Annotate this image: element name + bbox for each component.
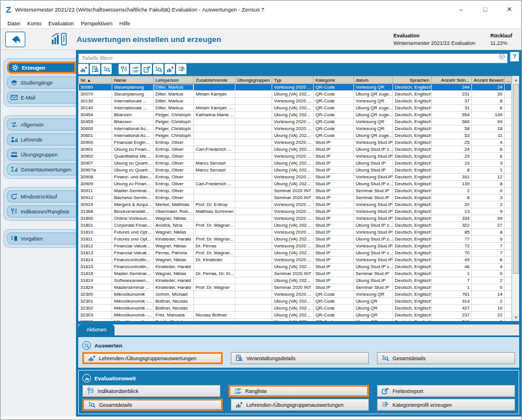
table-row[interactable]: 32305 Mikroökonomik -... Patrik, Christi… [79, 319, 512, 322]
cell-bewertungen: 8 [472, 229, 505, 236]
table-row[interactable]: 31816 Master-Seminar... Wagner, Niklas D… [79, 270, 512, 277]
table-row[interactable]: 30902 Quantitative Me... Entrop, Oliver … [79, 153, 512, 160]
sidebar-item-allgemein[interactable]: Allgemein [7, 119, 76, 131]
lehrenden-uebungsgruppenauswertungen-evaluationsweit-button[interactable]: Lehrenden-/Übungsgruppenauswertungen [231, 399, 369, 411]
cell-zusatzlehrende [194, 277, 235, 284]
column-header[interactable]: Name [112, 77, 154, 84]
indicator-overview-icon[interactable] [119, 64, 129, 74]
column-header[interactable]: Sprachen [393, 77, 432, 84]
table-row[interactable]: 30907 Übung zu Quant... Entrop, Oliver M… [79, 160, 512, 167]
close-button[interactable]: ✕ [497, 1, 521, 18]
table-row[interactable]: 30454 Bilanzen Pelger, Christoph Kathari… [79, 112, 512, 119]
gesamtdetails-evaluationsweit-button[interactable]: Gesamtdetails [82, 399, 223, 411]
table-row[interactable]: 31810 Futures und Opt... Wagner, Niklas … [79, 229, 512, 236]
table-row[interactable]: 30911 Master-Seminar... Entrop, Oliver S… [79, 188, 512, 194]
table-row[interactable]: 31800 Online-Vorlesun... Wagner, Niklas … [79, 215, 512, 222]
overall-details-icon[interactable] [101, 64, 112, 74]
table-row[interactable]: 30140 Internationale ... Diller, Markus … [79, 105, 512, 112]
category-profile-icon[interactable] [176, 64, 186, 74]
sidebar-item-vorgaben[interactable]: Vorgaben [7, 232, 76, 245]
event-details-icon[interactable] [90, 64, 100, 74]
table-row[interactable]: 32302 Mikroökonomik -... Büttner, Nicola… [79, 305, 512, 312]
column-header[interactable]: datum [354, 77, 393, 84]
table-row[interactable]: 31814 Finanzcontrollin... Wagner, Niklas… [79, 257, 512, 264]
gesamtdetails-button[interactable]: Gesamtdetails [377, 352, 515, 364]
table-row[interactable]: 32303 Mikroökonomik -... Fritz, Manuela … [79, 312, 512, 319]
column-header[interactable]: Nr. ▴ [79, 77, 112, 84]
table-row[interactable]: 32300 Mikroökonomik Grimm, Michael Vorle… [79, 291, 512, 298]
indikatorueberblick-button[interactable]: Indikatorüberblick [82, 385, 220, 397]
clear-circle-icon[interactable] [498, 53, 505, 60]
table-row[interactable]: 30130 Internationale ... Diller, Markus … [79, 98, 512, 105]
maximize-button[interactable]: □ [473, 1, 497, 18]
evaluation-value: Wintersemester 2021/22 Evaluation [393, 40, 475, 46]
rangliste-button[interactable]: Rangliste [228, 385, 369, 397]
column-header[interactable]: Anzahl Teiln... [432, 77, 472, 84]
table-row[interactable]: 30909 Übung zu Finan... Entrop, Oliver C… [79, 181, 512, 188]
menu-item[interactable]: Perspektiven [77, 19, 116, 28]
scroll-up-icon[interactable]: ▲ [512, 76, 519, 83]
column-header[interactable]: Anzahl Bewert... [472, 77, 505, 84]
scrollbar-thumb[interactable] [513, 84, 519, 274]
freetext-report-icon[interactable] [142, 64, 152, 74]
minimize-button[interactable]: – [449, 1, 473, 18]
sidebar-item-uebungsgruppen[interactable]: Übungsgruppen [7, 148, 76, 161]
vertical-scrollbar[interactable]: ▲ ▼ [512, 76, 519, 321]
cell-zusatzlehrende: Marco Seruset [194, 167, 235, 174]
menu-item[interactable]: Evaluation [45, 19, 77, 28]
kategorienprofil-erzeugen-button[interactable]: Kategorienprofil erzeugen [377, 399, 515, 411]
cell-uebungsgruppen [235, 264, 272, 270]
column-header[interactable]: ... [505, 77, 512, 84]
table-row[interactable]: 31819 Softwareanwen... Kinateder, Harald… [79, 277, 512, 284]
ruecklauf-label: Rücklauf [490, 33, 512, 39]
table-row[interactable]: 30070 Steuerplanung Diller, Markus Miria… [79, 91, 512, 98]
table-filter-input[interactable] [78, 54, 508, 63]
table-row[interactable]: 31813 Financial Valuat... Perras, Patriz… [79, 250, 512, 257]
table-row[interactable]: 31812 Financial Valuat... Wagner, Niklas… [79, 243, 512, 250]
cell-name: International Ac... [112, 125, 154, 132]
sidebar-item-gesamtauswertungen[interactable]: Gesamtauswertungen [7, 163, 76, 175]
table-row[interactable]: 30919 Mergers & Acqui... Merkel, Matthia… [79, 201, 512, 208]
table-row[interactable]: 30908 Finanz- und Ban... Entrop, Oliver … [79, 174, 512, 181]
teacher-group-report-icon[interactable] [165, 64, 175, 74]
lehrenden-uebungsgruppenauswertungen-button[interactable]: Lehrenden-/Übungsgruppenauswertungen [82, 352, 223, 364]
sidebar-item-studiengaenge[interactable]: Studiengänge [7, 77, 76, 89]
scroll-down-icon[interactable]: ▼ [512, 314, 519, 321]
freitextreport-button[interactable]: Freitextreport [377, 385, 515, 397]
table-row[interactable]: 30900 Financial Engin... Entrop, Oliver … [79, 139, 512, 146]
menu-item[interactable]: Hilfe [116, 19, 134, 28]
table-row[interactable]: 31368 Blockveranstalt... Obermaier, Rob.… [79, 208, 512, 215]
column-header[interactable]: Zusatzlehrende [194, 77, 235, 84]
window-title: Wintersemester 2021/22 (Wirtschaftswisse… [15, 6, 264, 13]
help-button[interactable]: ? [510, 52, 519, 62]
table-row[interactable]: 31801 Corporate Finan... Anolick, Nina P… [79, 222, 512, 229]
overall-details-icon[interactable] [153, 64, 163, 74]
veranstaltungsdetails-button[interactable]: Veranstaltungsdetails [231, 352, 369, 364]
table-row[interactable]: 31824 Masterseminar ... Kinateder, Haral… [79, 284, 512, 291]
menu-item[interactable]: Datei [4, 19, 24, 28]
column-header[interactable]: Typ [272, 77, 314, 84]
table-row[interactable]: 31815 Finanzcontrollin... Kinateder, Har… [79, 264, 512, 270]
table-row[interactable]: 30455 Bilanzen Pelger, Christoph Vorlesu… [79, 119, 512, 125]
table-row[interactable]: 30060 Steuerplanung Diller, Markus Vorle… [79, 84, 512, 91]
column-header[interactable]: Lehrperson [154, 77, 194, 84]
sidebar-item-indikatoren-rangliste[interactable]: Indikatoren/Rangliste [7, 205, 76, 217]
column-header[interactable]: Kategorie [314, 77, 354, 84]
sidebar-item-lehrende[interactable]: Lehrende [7, 133, 76, 146]
sidebar-item-erzeugen[interactable]: Erzeugen [7, 62, 76, 74]
menu-item[interactable]: Konto [24, 19, 45, 28]
sidebar-item-mindestruecklauf[interactable]: Mindestrücklauf [7, 190, 76, 203]
sidebar-item-email[interactable]: E-Mail [7, 91, 76, 104]
table-row[interactable]: 30601 International Ac... Pelger, Christ… [79, 132, 512, 139]
table-row[interactable]: 30600 International Ac... Pelger, Christ… [79, 125, 512, 132]
ranking-list-icon[interactable] [130, 64, 140, 74]
table-row[interactable]: 31811 Futures und Opt... Kinateder, Hara… [79, 236, 512, 243]
back-button[interactable] [5, 32, 25, 47]
tab-aktionen[interactable]: Aktionen [78, 324, 115, 335]
table-row[interactable]: 30907a Übung zu Quant... Entrop, Oliver … [79, 167, 512, 174]
table-row[interactable]: 30912 Bachelor-Semin... Entrop, Oliver S… [79, 194, 512, 201]
column-header[interactable]: Übungsgruppen [235, 77, 272, 84]
teacher-group-report-icon[interactable] [78, 64, 89, 74]
table-row[interactable]: 32301 Mikroökonomik -... Büttner, Nicola… [79, 298, 512, 305]
table-row[interactable]: 30901 Übung zu Finan... Entrop, Oliver C… [79, 146, 512, 153]
